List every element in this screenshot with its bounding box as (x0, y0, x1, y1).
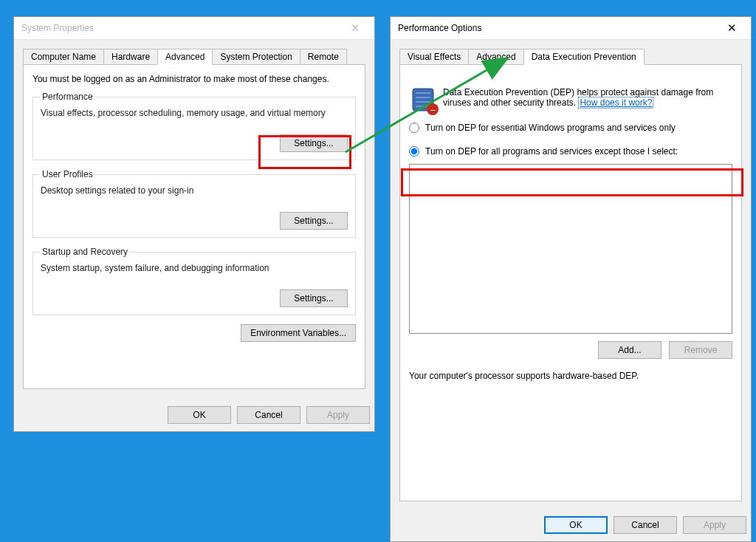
group-startup-recovery: Startup and Recovery System startup, sys… (32, 247, 356, 315)
tab-advanced[interactable]: Advanced (468, 49, 523, 65)
tabstrip: Computer Name Hardware Advanced System P… (23, 47, 365, 65)
group-performance-legend: Performance (41, 92, 94, 102)
performance-options-dialog: Performance Options ✕ Visual Effects Adv… (390, 16, 752, 542)
exception-listbox[interactable] (409, 164, 732, 334)
user-profiles-settings-button[interactable]: Settings... (280, 212, 348, 230)
dep-help-link[interactable]: How does it work? (578, 97, 653, 109)
system-properties-dialog: System Properties ✕ Computer Name Hardwa… (13, 16, 375, 432)
tab-computer-name[interactable]: Computer Name (23, 49, 104, 65)
dep-description: Data Execution Prevention (DEP) helps pr… (443, 87, 731, 112)
radio-all-row[interactable]: Turn on DEP for all programs and service… (409, 146, 732, 157)
client-area: Visual Effects Advanced Data Execution P… (391, 39, 751, 509)
tab-remote[interactable]: Remote (300, 49, 347, 65)
group-user-profiles-desc: Desktop settings related to your sign-in (41, 185, 348, 196)
startup-recovery-settings-button[interactable]: Settings... (280, 289, 348, 307)
cancel-button[interactable]: Cancel (237, 406, 300, 424)
apply-button[interactable]: Apply (683, 516, 746, 534)
tabpage-dep: ‒ Data Execution Prevention (DEP) helps … (399, 64, 742, 501)
admin-note: You must be logged on as an Administrato… (32, 74, 356, 84)
group-startup-recovery-legend: Startup and Recovery (41, 247, 129, 257)
blocked-badge-icon: ‒ (427, 103, 439, 115)
client-area: Computer Name Hardware Advanced System P… (14, 39, 374, 399)
add-remove-row: Add... Remove (409, 341, 732, 359)
tab-dep[interactable]: Data Execution Prevention (523, 49, 645, 65)
group-startup-recovery-desc: System startup, system failure, and debu… (41, 263, 348, 273)
dialog-buttons: OK Cancel Apply (391, 509, 751, 541)
remove-button[interactable]: Remove (669, 341, 732, 359)
dep-support-note: Your computer's processor supports hardw… (409, 371, 732, 381)
tab-system-protection[interactable]: System Protection (212, 49, 300, 65)
radio-all-label: Turn on DEP for all programs and service… (425, 146, 678, 157)
window-title: Performance Options (398, 23, 481, 33)
titlebar[interactable]: System Properties ✕ (14, 17, 374, 39)
tabpage-advanced: You must be logged on as an Administrato… (23, 64, 365, 389)
radio-essential-row[interactable]: Turn on DEP for essential Windows progra… (409, 123, 732, 133)
group-user-profiles-legend: User Profiles (41, 169, 94, 179)
environment-variables-button[interactable]: Environment Variables... (241, 324, 356, 342)
group-performance-desc: Visual effects, processor scheduling, me… (41, 108, 348, 118)
shield-icon: ‒ (410, 87, 436, 112)
window-title: System Properties (21, 23, 94, 33)
close-icon[interactable]: ✕ (340, 21, 370, 35)
dialog-buttons: OK Cancel Apply (14, 399, 374, 431)
radio-essential[interactable] (409, 123, 419, 133)
ok-button[interactable]: OK (168, 406, 231, 424)
close-icon[interactable]: ✕ (717, 21, 746, 35)
add-button[interactable]: Add... (598, 341, 662, 359)
tab-hardware[interactable]: Hardware (103, 49, 158, 65)
tab-visual-effects[interactable]: Visual Effects (399, 49, 469, 65)
group-performance: Performance Visual effects, processor sc… (32, 92, 356, 160)
dep-header: ‒ Data Execution Prevention (DEP) helps … (410, 87, 731, 112)
ok-button[interactable]: OK (544, 516, 608, 534)
tabstrip: Visual Effects Advanced Data Execution P… (399, 47, 742, 65)
group-user-profiles: User Profiles Desktop settings related t… (32, 169, 356, 238)
tab-advanced[interactable]: Advanced (157, 49, 213, 65)
apply-button[interactable]: Apply (306, 406, 370, 424)
radio-essential-label: Turn on DEP for essential Windows progra… (425, 123, 676, 133)
performance-settings-button[interactable]: Settings... (280, 134, 348, 152)
radio-all[interactable] (409, 146, 419, 157)
cancel-button[interactable]: Cancel (614, 516, 677, 534)
titlebar[interactable]: Performance Options ✕ (391, 17, 751, 39)
